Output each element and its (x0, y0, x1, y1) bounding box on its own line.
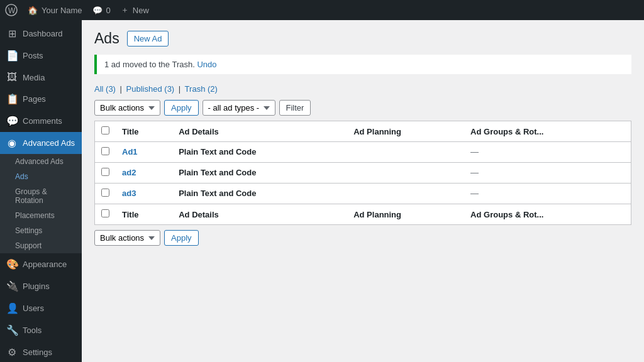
col-ad-planning-footer: Ad Planning (347, 204, 464, 225)
col-title-footer: Title (116, 204, 172, 225)
submenu-item-groups[interactable]: Groups & Rotation (0, 184, 82, 208)
col-ad-groups-header: Ad Groups & Rot... (464, 121, 631, 142)
filter-tab-trash[interactable]: Trash (2) (185, 84, 218, 94)
bulk-actions-top-select[interactable]: Bulk actions (94, 100, 160, 116)
tablenav-bottom: Bulk actions Apply (94, 230, 631, 246)
ad3-link[interactable]: ad3 (122, 189, 136, 198)
submenu-item-support[interactable]: Support (0, 238, 82, 253)
row3-ad-groups: — (464, 184, 631, 204)
appearance-icon: 🎨 (6, 258, 18, 270)
dashboard-icon: ⊞ (6, 28, 18, 40)
filter-tab-all[interactable]: All (3) (94, 84, 116, 94)
row1-checkbox (95, 142, 116, 163)
row3-title: ad3 (116, 184, 172, 204)
col-checkbox-footer (95, 204, 116, 225)
row1-title: Ad1 (116, 142, 172, 163)
sidebar-item-plugins[interactable]: 🔌 Plugins (0, 275, 82, 297)
sidebar-item-settings[interactable]: ⚙ Settings (0, 341, 82, 362)
advanced-ads-icon: ◉ (6, 137, 18, 149)
plugins-icon: 🔌 (6, 280, 18, 292)
table-footer-row: Title Ad Details Ad Planning Ad Groups &… (95, 204, 631, 225)
table-row: ad3 Plain Text and Code — (95, 184, 631, 204)
row3-ad-details: Plain Text and Code (172, 184, 347, 204)
bulk-actions-bottom-select[interactable]: Bulk actions (94, 230, 160, 246)
settings-icon: ⚙ (6, 346, 18, 358)
row1-ad-groups: — (464, 142, 631, 163)
row1-check[interactable] (101, 147, 109, 155)
row1-ad-details: Plain Text and Code (172, 142, 347, 163)
site-name[interactable]: 🏠 Your Name (28, 6, 82, 15)
sidebar-item-posts[interactable]: 📄 Posts (0, 45, 82, 67)
wp-logo[interactable]: W (5, 4, 18, 16)
sidebar-item-comments[interactable]: 💬 Comments (0, 110, 82, 132)
submenu-item-settings[interactable]: Settings (0, 223, 82, 238)
sidebar-item-pages[interactable]: 📋 Pages (0, 88, 82, 110)
col-ad-details-header: Ad Details (172, 121, 347, 142)
col-ad-planning-header: Ad Planning (347, 121, 464, 142)
table-row: ad2 Plain Text and Code — (95, 163, 631, 184)
main-content: Ads New Ad 1 ad moved to the Trash. Undo… (82, 20, 644, 362)
posts-icon: 📄 (6, 50, 18, 62)
tablenav-top: Bulk actions Apply - all ad types - Filt… (94, 100, 631, 116)
table-row: Ad1 Plain Text and Code — (95, 142, 631, 163)
admin-sidebar: ⊞ Dashboard 📄 Posts 🖼 Media 📋 Pages 💬 Co… (0, 20, 82, 362)
row2-check[interactable] (101, 168, 109, 176)
users-icon: 👤 (6, 302, 18, 314)
select-all-footer-checkbox[interactable] (101, 209, 109, 217)
sidebar-item-dashboard[interactable]: ⊞ Dashboard (0, 23, 82, 45)
apply-bottom-button[interactable]: Apply (164, 230, 199, 246)
select-all-checkbox[interactable] (101, 126, 109, 134)
apply-top-button[interactable]: Apply (164, 100, 199, 116)
sidebar-item-media[interactable]: 🖼 Media (0, 67, 82, 88)
col-checkbox-header (95, 121, 116, 142)
sidebar-item-tools[interactable]: 🔧 Tools (0, 319, 82, 341)
row3-check[interactable] (101, 189, 109, 197)
ad2-link[interactable]: ad2 (122, 168, 136, 177)
filter-tabs: All (3) | Published (3) | Trash (2) (94, 84, 631, 94)
table-header-row: Title Ad Details Ad Planning Ad Groups &… (95, 121, 631, 142)
col-ad-details-footer: Ad Details (172, 204, 347, 225)
ad1-link[interactable]: Ad1 (122, 147, 138, 156)
trash-notice: 1 ad moved to the Trash. Undo (94, 55, 631, 74)
tools-icon: 🔧 (6, 324, 18, 336)
col-ad-groups-footer: Ad Groups & Rot... (464, 204, 631, 225)
sidebar-item-appearance[interactable]: 🎨 Appearance (0, 253, 82, 275)
ad-type-filter-select[interactable]: - all ad types - (203, 100, 275, 116)
notice-text: 1 ad moved to the Trash. (104, 60, 195, 69)
comment-icon: 💬 (92, 6, 103, 15)
row2-checkbox (95, 163, 116, 184)
sidebar-item-users[interactable]: 👤 Users (0, 297, 82, 319)
new-content-link[interactable]: ＋ New (121, 4, 149, 16)
ads-table: Title Ad Details Ad Planning Ad Groups &… (94, 121, 631, 225)
media-icon: 🖼 (6, 72, 18, 83)
pages-icon: 📋 (6, 93, 18, 105)
page-title: Ads (94, 30, 119, 47)
undo-link[interactable]: Undo (197, 60, 216, 69)
new-ad-button[interactable]: New Ad (127, 31, 169, 47)
row3-ad-planning (347, 184, 464, 204)
submenu-item-placements[interactable]: Placements (0, 208, 82, 223)
comments-link[interactable]: 💬 0 (92, 6, 111, 15)
sidebar-item-advanced-ads[interactable]: ◉ Advanced Ads (0, 132, 82, 154)
admin-bar: W 🏠 Your Name 💬 0 ＋ New (0, 0, 644, 20)
row2-ad-groups: — (464, 163, 631, 184)
submenu-item-advanced-ads[interactable]: Advanced Ads (0, 154, 82, 169)
row1-ad-planning (347, 142, 464, 163)
submenu-item-ads[interactable]: Ads (0, 169, 82, 184)
row2-ad-planning (347, 163, 464, 184)
filter-tab-published[interactable]: Published (3) (126, 84, 175, 94)
comments-icon: 💬 (6, 115, 18, 127)
row2-ad-details: Plain Text and Code (172, 163, 347, 184)
plus-icon: ＋ (121, 4, 129, 16)
filter-button[interactable]: Filter (279, 100, 311, 116)
row2-title: ad2 (116, 163, 172, 184)
row3-checkbox (95, 184, 116, 204)
svg-text:W: W (8, 6, 16, 15)
page-header: Ads New Ad (94, 30, 631, 47)
col-title-header: Title (116, 121, 172, 142)
house-icon: 🏠 (28, 6, 38, 15)
